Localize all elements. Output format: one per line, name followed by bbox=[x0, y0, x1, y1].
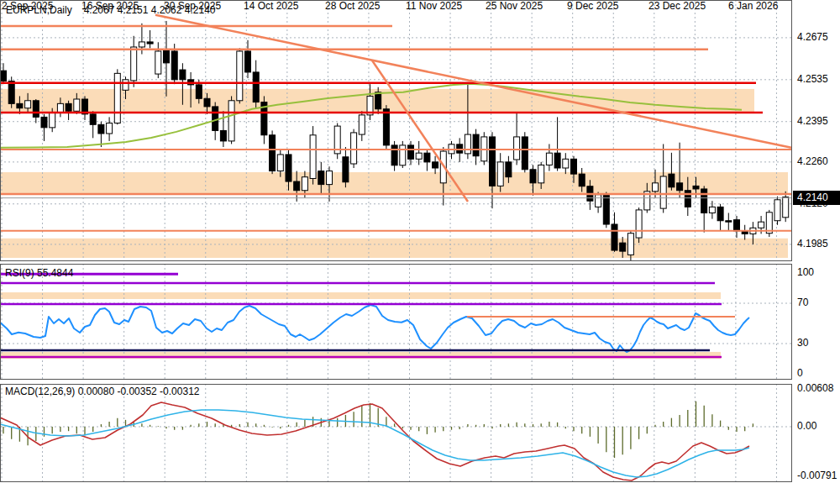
main-price-chart[interactable] bbox=[0, 0, 792, 261]
macd-axis-label: 0.00 bbox=[797, 420, 816, 432]
chart-window: EURPLN,Daily4.2067 4.2151 4.2062 4.2140 … bbox=[0, 0, 840, 504]
price-axis-label: 4.2535 bbox=[797, 73, 828, 85]
ohlc-values: 4.2067 4.2151 4.2062 4.2140 bbox=[84, 4, 216, 16]
price-axis-label: 4.2675 bbox=[797, 31, 828, 43]
price-axis-label: 4.1985 bbox=[797, 238, 828, 249]
rsi-indicator-label: RSI(9) 55.4844 bbox=[5, 267, 73, 279]
rsi-axis-label: 30 bbox=[797, 337, 808, 349]
symbol-timeframe-label: EURPLN,Daily bbox=[6, 4, 72, 16]
rsi-axis-label: 100 bbox=[797, 266, 814, 278]
macd-indicator-label: MACD(12,26,9) 0.00080 -0.00352 -0.00312 bbox=[5, 386, 200, 397]
price-axis-label: 4.2395 bbox=[797, 115, 828, 127]
macd-axis-label: 0.00608 bbox=[797, 382, 833, 394]
macd-axis-label: -0.00791 bbox=[797, 470, 837, 481]
current-price-tag: 4.2140 bbox=[793, 191, 840, 205]
price-axis-label: 4.2260 bbox=[797, 155, 828, 167]
rsi-axis-label: 70 bbox=[797, 297, 808, 308]
rsi-axis-label: 0 bbox=[797, 367, 803, 379]
chart-title: EURPLN,Daily4.2067 4.2151 4.2062 4.2140 bbox=[6, 4, 216, 16]
rsi-indicator-panel[interactable] bbox=[0, 264, 792, 380]
macd-indicator-panel[interactable] bbox=[0, 384, 792, 482]
